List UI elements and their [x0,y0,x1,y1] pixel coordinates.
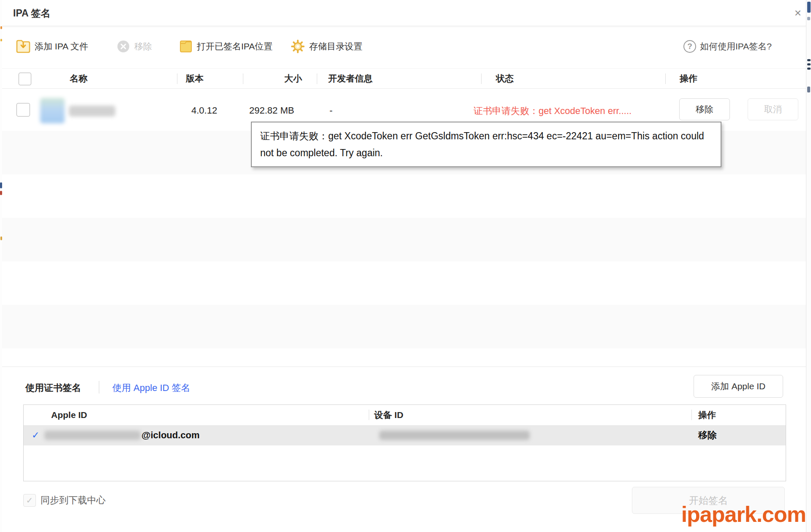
column-divider [369,410,369,420]
open-signed-location-label: 打开已签名IPA位置 [197,41,272,52]
check-icon: ✓ [32,425,39,445]
add-ipa-label: 添加 IPA 文件 [35,41,88,52]
ipa-sign-dialog: IPA 签名 × 添加 IPA 文件 移除 打开已签名IPA位置 [0,0,811,532]
storage-settings-button[interactable]: 存储目录设置 [291,37,362,56]
title-bar: IPA 签名 × [2,0,806,26]
app-icon-redacted [40,98,65,123]
cell-size: 292.82 MB [249,105,294,116]
question-circle-icon: ? [683,40,696,53]
cell-developer: - [329,105,332,116]
storage-settings-label: 存储目录设置 [309,41,362,52]
device-id-redacted [379,431,530,440]
cell-version: 4.0.12 [191,105,217,116]
row-checkbox[interactable] [16,103,30,117]
column-divider [481,73,482,84]
row-remove-button[interactable]: 移除 [679,98,730,120]
panel-divider [2,366,806,367]
page-title: IPA 签名 [13,0,50,26]
screen-edge-right [806,0,811,532]
select-all-checkbox[interactable] [19,73,31,85]
sync-download-label: 同步到下载中心 [41,494,106,507]
apple-id-table: Apple ID 设备 ID 操作 ✓ @icloud.com 移除 [23,404,786,481]
column-divider [177,73,177,84]
header-device-id: 设备 ID [374,405,403,425]
empty-row [2,305,806,348]
column-divider [691,410,692,420]
screen-edge-left [0,0,2,532]
tab-divider [99,381,99,394]
column-divider [317,73,317,84]
close-icon[interactable]: × [790,6,806,21]
header-apple-id: Apple ID [51,405,87,425]
row-cancel-button: 取消 [748,98,798,120]
folder-icon [179,40,193,53]
ipa-table-header: 名称 版本 大小 开发者信息 状态 操作 [2,68,806,89]
error-tooltip: 证书申请失败：get XcodeToken err GetGsldmsToken… [251,122,721,167]
header-status: 状态 [496,69,514,88]
add-apple-id-button[interactable]: 添加 Apple ID [694,375,783,398]
header-action: 操作 [680,69,697,88]
empty-row [2,218,806,261]
open-signed-location-button[interactable]: 打开已签名IPA位置 [179,37,272,56]
add-ipa-button[interactable]: 添加 IPA 文件 [16,37,88,56]
tab-apple-id-sign[interactable]: 使用 Apple ID 签名 [112,382,191,394]
cell-status-error: 证书申请失败：get XcodeToken err..... [474,105,631,117]
remove-circle-icon [117,40,130,53]
help-label: 如何使用IPA签名? [700,41,772,52]
header-size: 大小 [284,69,302,88]
column-divider [665,73,666,84]
help-link[interactable]: ? 如何使用IPA签名? [683,37,772,56]
gear-icon [291,39,305,54]
app-name-redacted [69,106,115,117]
apple-id-suffix: @icloud.com [142,425,200,445]
remove-button: 移除 [117,37,152,56]
column-divider [243,73,243,84]
header-version: 版本 [186,69,204,88]
tab-certificate-sign[interactable]: 使用证书签名 [25,382,81,394]
apple-id-row-selected[interactable]: ✓ @icloud.com 移除 [24,425,786,445]
header-name: 名称 [70,69,87,88]
sync-download-checkbox: ✓ [23,494,36,507]
header-developer: 开发者信息 [328,69,373,88]
remove-label: 移除 [134,41,152,52]
apple-id-redacted [44,431,141,440]
add-file-icon [16,40,30,53]
watermark-text: ipapark.com [681,502,806,527]
apple-id-remove-link[interactable]: 移除 [698,425,717,445]
header-action: 操作 [698,405,716,425]
